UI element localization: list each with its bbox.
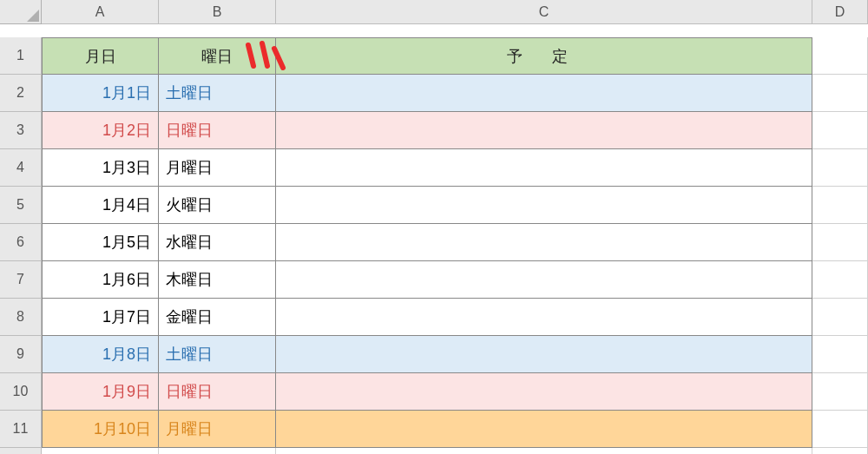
row-label: 1 xyxy=(16,48,24,63)
cell-A4[interactable]: 1月3日 xyxy=(42,149,159,187)
cell-value: 土曜日 xyxy=(166,344,213,365)
cell-C11[interactable] xyxy=(276,411,812,448)
cell-B8[interactable]: 金曜日 xyxy=(159,299,276,336)
col-label: D xyxy=(835,4,845,20)
row-label: 8 xyxy=(16,309,24,325)
cell-A1[interactable]: 月日 xyxy=(42,37,159,75)
col-header-A[interactable]: A xyxy=(42,0,159,24)
col-label: B xyxy=(213,4,222,20)
cell-D9[interactable] xyxy=(812,336,868,373)
cell-A8[interactable]: 1月7日 xyxy=(42,299,159,336)
cell-value: 1月5日 xyxy=(102,232,151,253)
row-label: 10 xyxy=(13,384,29,399)
cell-D10[interactable] xyxy=(812,373,868,411)
cell-B10[interactable]: 日曜日 xyxy=(159,373,276,411)
cell-C2[interactable] xyxy=(276,75,812,112)
col-header-B[interactable]: B xyxy=(159,0,276,24)
cell-B2[interactable]: 土曜日 xyxy=(159,75,276,112)
cell-A9[interactable]: 1月8日 xyxy=(42,336,159,373)
row-label: 4 xyxy=(16,160,24,175)
cell-value: 1月1日 xyxy=(102,82,151,103)
cell-value: 日曜日 xyxy=(166,381,213,402)
cell-C3[interactable] xyxy=(276,112,812,149)
cell-C5[interactable] xyxy=(276,187,812,224)
row-header-1[interactable]: 1 xyxy=(0,37,42,75)
cell-B4[interactable]: 月曜日 xyxy=(159,149,276,187)
cell-value: 月曜日 xyxy=(166,157,213,178)
cell-C4[interactable] xyxy=(276,149,812,187)
cell-A3[interactable]: 1月2日 xyxy=(42,112,159,149)
cell-B12[interactable] xyxy=(159,448,276,454)
col-label: A xyxy=(95,4,105,20)
cell-value: 土曜日 xyxy=(166,82,213,103)
cell-D1[interactable] xyxy=(812,37,868,75)
cell-A10[interactable]: 1月9日 xyxy=(42,373,159,411)
cell-A6[interactable]: 1月5日 xyxy=(42,224,159,261)
cell-D7[interactable] xyxy=(812,261,868,299)
row-header-7[interactable]: 7 xyxy=(0,261,42,299)
cell-value: 水曜日 xyxy=(166,232,213,253)
cell-A2[interactable]: 1月1日 xyxy=(42,75,159,112)
row-label: 2 xyxy=(16,85,24,101)
row-header-5[interactable]: 5 xyxy=(0,187,42,224)
row-header-12[interactable]: 12 xyxy=(0,448,42,454)
row-label: 7 xyxy=(16,272,24,287)
row-label: 9 xyxy=(16,346,24,362)
row-header-3[interactable]: 3 xyxy=(0,112,42,149)
header-plan: 予 定 xyxy=(507,46,580,67)
cell-value: 金曜日 xyxy=(166,306,213,327)
row-header-6[interactable]: 6 xyxy=(0,224,42,261)
cell-value: 1月8日 xyxy=(102,344,151,365)
cell-value: 1月7日 xyxy=(102,306,151,327)
col-label: C xyxy=(539,4,549,20)
cell-D5[interactable] xyxy=(812,187,868,224)
row-label: 5 xyxy=(16,197,24,213)
cell-C8[interactable] xyxy=(276,299,812,336)
row-label: 11 xyxy=(13,421,29,437)
cell-D12[interactable] xyxy=(812,448,868,454)
row-header-8[interactable]: 8 xyxy=(0,299,42,336)
cell-C12[interactable] xyxy=(276,448,812,454)
cell-B6[interactable]: 水曜日 xyxy=(159,224,276,261)
cell-D2[interactable] xyxy=(812,75,868,112)
cell-value: 1月2日 xyxy=(102,120,151,141)
cell-A11[interactable]: 1月10日 xyxy=(42,411,159,448)
header-date: 月日 xyxy=(85,46,116,67)
cell-value: 1月9日 xyxy=(102,381,151,402)
row-header-4[interactable]: 4 xyxy=(0,149,42,187)
cell-A5[interactable]: 1月4日 xyxy=(42,187,159,224)
cell-B5[interactable]: 火曜日 xyxy=(159,187,276,224)
cell-C7[interactable] xyxy=(276,261,812,299)
cell-B11[interactable]: 月曜日 xyxy=(159,411,276,448)
row-header-2[interactable]: 2 xyxy=(0,75,42,112)
cell-value: 1月6日 xyxy=(102,269,151,290)
cell-B9[interactable]: 土曜日 xyxy=(159,336,276,373)
select-all-corner[interactable] xyxy=(0,0,42,24)
cell-value: 1月10日 xyxy=(94,418,151,439)
cell-D11[interactable] xyxy=(812,411,868,448)
cell-D3[interactable] xyxy=(812,112,868,149)
cell-value: 1月3日 xyxy=(102,157,151,178)
col-header-C[interactable]: C xyxy=(276,0,812,24)
cell-D4[interactable] xyxy=(812,149,868,187)
cell-A12[interactable] xyxy=(42,448,159,454)
cell-B7[interactable]: 木曜日 xyxy=(159,261,276,299)
cell-value: 日曜日 xyxy=(166,120,213,141)
cell-C6[interactable] xyxy=(276,224,812,261)
cell-C9[interactable] xyxy=(276,336,812,373)
cell-B3[interactable]: 日曜日 xyxy=(159,112,276,149)
cell-D8[interactable] xyxy=(812,299,868,336)
cell-C10[interactable] xyxy=(276,373,812,411)
row-label: 6 xyxy=(16,234,24,250)
header-day: 曜日 xyxy=(201,46,233,67)
row-header-10[interactable]: 10 xyxy=(0,373,42,411)
row-header-9[interactable]: 9 xyxy=(0,336,42,373)
cell-B1[interactable]: 曜日 xyxy=(159,37,276,75)
cell-C1[interactable]: 予 定 xyxy=(276,37,812,75)
col-header-D[interactable]: D xyxy=(812,0,868,24)
row-header-11[interactable]: 11 xyxy=(0,411,42,448)
cell-D6[interactable] xyxy=(812,224,868,261)
cell-value: 木曜日 xyxy=(166,269,213,290)
row-label: 3 xyxy=(16,122,24,138)
cell-A7[interactable]: 1月6日 xyxy=(42,261,159,299)
